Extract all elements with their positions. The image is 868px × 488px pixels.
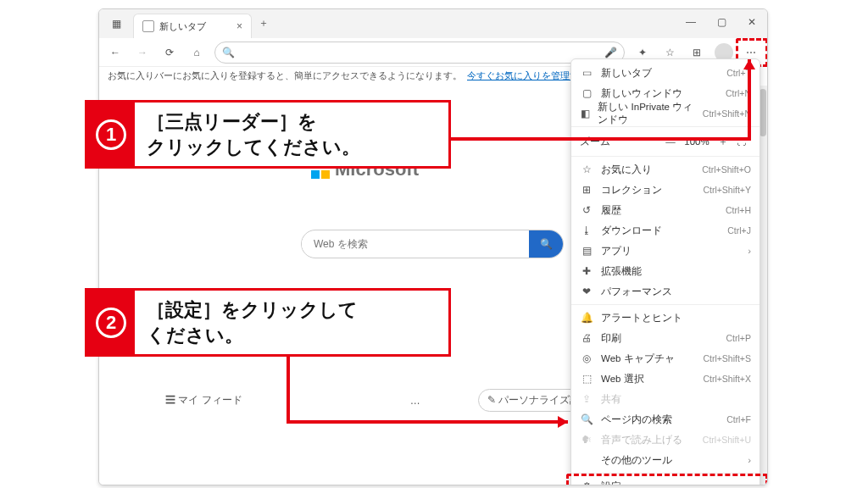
apps-icon: ▤ (580, 245, 593, 257)
select-icon: ⬚ (580, 373, 593, 385)
callout-2-badge: 2 (87, 291, 135, 354)
tab-actions-button[interactable]: ▦ (99, 9, 133, 38)
callout-1-badge: 1 (87, 103, 135, 166)
gear-icon: ⚙ (580, 480, 593, 485)
print-icon: 🖨 (580, 332, 593, 344)
new-tab-button[interactable]: ＋ (252, 9, 275, 30)
titlebar: ▦ 新しいタブ × ＋ — ▢ ✕ (99, 9, 767, 38)
extensions-icon: ✚ (580, 265, 593, 277)
menu-performance[interactable]: ❤パフォーマンス (571, 281, 760, 302)
performance-icon: ❤ (580, 286, 593, 297)
web-search-box[interactable]: 🔍 (301, 230, 564, 258)
share-icon: ⇪ (580, 393, 593, 405)
bell-icon: 🔔 (580, 312, 593, 324)
menu-separator (571, 156, 760, 157)
menu-web-capture[interactable]: ◎Web キャプチャCtrl+Shift+S (571, 348, 760, 369)
menu-read-aloud: 🗣音声で読み上げるCtrl+Shift+U (571, 430, 760, 450)
history-icon: ↺ (580, 204, 593, 216)
home-button[interactable]: ⌂ (184, 41, 209, 64)
favorites-hint-text: お気に入りバーにお気に入りを登録すると、簡単にアクセスできるようになります。 (108, 70, 462, 82)
web-search-submit[interactable]: 🔍 (529, 230, 563, 258)
arrow-1 (451, 54, 765, 147)
my-feed-label[interactable]: ☰ マイ フィード (165, 393, 242, 408)
menu-downloads[interactable]: ⭳ダウンロードCtrl+J (571, 220, 760, 241)
web-search-input[interactable] (302, 238, 529, 250)
menu-extensions[interactable]: ✚拡張機能 (571, 261, 760, 281)
tab-newtab[interactable]: 新しいタブ × (133, 14, 252, 38)
menu-settings[interactable]: ⚙設定 (571, 476, 760, 485)
chevron-right-icon: › (748, 246, 751, 256)
tab-favicon (142, 20, 154, 32)
callout-2-text: ［設定］をクリックして ください。 (135, 291, 448, 354)
minimize-button[interactable]: — (676, 9, 706, 35)
search-icon: 🔍 (222, 47, 235, 58)
menu-print[interactable]: 🖨印刷Ctrl+P (571, 328, 760, 348)
refresh-button[interactable]: ⟳ (157, 41, 182, 64)
menu-web-select[interactable]: ⬚Web 選択Ctrl+Shift+X (571, 369, 760, 389)
star-icon: ☆ (580, 164, 593, 175)
collections-icon: ⊞ (580, 184, 593, 196)
window-close-button[interactable]: ✕ (737, 9, 767, 35)
tab-close-icon[interactable]: × (236, 20, 242, 32)
menu-more-tools[interactable]: その他のツール› (571, 450, 760, 470)
menu-alerts[interactable]: 🔔アラートとヒント (571, 308, 760, 328)
readaloud-icon: 🗣 (580, 434, 593, 446)
maximize-button[interactable]: ▢ (706, 9, 737, 35)
download-icon: ⭳ (580, 225, 593, 236)
menu-favorites[interactable]: ☆お気に入りCtrl+Shift+O (571, 159, 760, 180)
forward-button[interactable]: → (130, 41, 155, 64)
menu-find[interactable]: 🔍ページ内の検索Ctrl+F (571, 409, 760, 430)
find-icon: 🔍 (580, 413, 593, 425)
capture-icon: ◎ (580, 352, 593, 364)
menu-history[interactable]: ↺履歴Ctrl+H (571, 200, 760, 220)
chevron-right-icon: › (748, 455, 751, 465)
menu-separator (571, 473, 760, 474)
menu-separator (571, 304, 760, 305)
menu-collections[interactable]: ⊞コレクションCtrl+Shift+Y (571, 180, 760, 200)
callout-1-text: ［三点リーダー］を クリックしてください。 (135, 103, 448, 166)
menu-share: ⇪共有 (571, 389, 760, 409)
callout-2: 2 ［設定］をクリックして ください。 (85, 288, 451, 357)
callout-1: 1 ［三点リーダー］を クリックしてください。 (85, 100, 451, 169)
tab-title: 新しいタブ (159, 20, 206, 33)
window-controls: — ▢ ✕ (676, 9, 767, 35)
arrow-2 (288, 356, 576, 432)
back-button[interactable]: ← (103, 41, 128, 64)
menu-apps[interactable]: ▤アプリ› (571, 241, 760, 261)
